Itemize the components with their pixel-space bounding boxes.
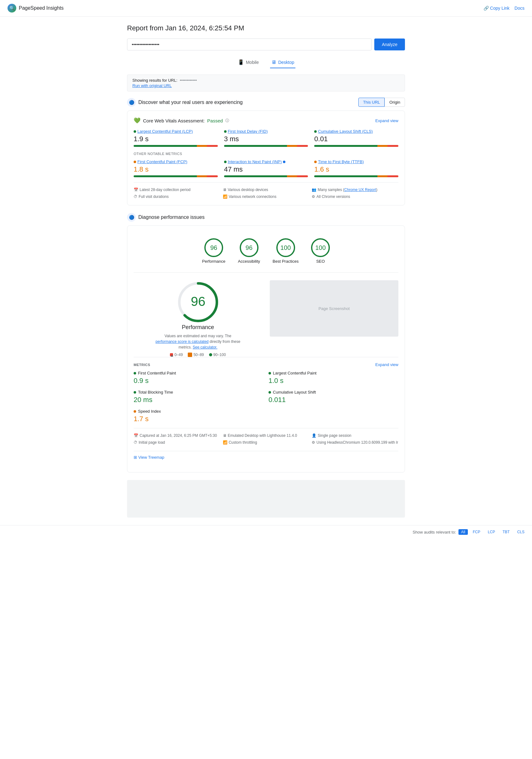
calculator-link[interactable]: See calculator. <box>193 345 217 349</box>
metric-fcp-label[interactable]: First Contentful Paint (FCP) <box>133 159 218 164</box>
audit-tag-all[interactable]: All <box>458 529 468 535</box>
clock-icon: ⏱ <box>133 194 137 199</box>
audit-tag-cls[interactable]: CLS <box>515 529 527 535</box>
chrome-icon: ⚙ <box>312 194 315 199</box>
link-icon: 🔗 <box>483 6 489 11</box>
perf-metrics-section: METRICS Expand view First Contentful Pai… <box>133 357 399 423</box>
app-header: 🔍 PageSpeed Insights 🔗 Copy Link Docs <box>0 0 532 17</box>
result-url: •••••••••••• <box>180 78 197 83</box>
url-bar: Analyze <box>127 39 405 50</box>
logo: 🔍 PageSpeed Insights <box>8 4 63 13</box>
performance-detail: 96 Performance Values are estimated and … <box>133 275 399 459</box>
docs-link[interactable]: Docs <box>514 6 524 11</box>
footer-network: 📶 Various network connections <box>223 194 310 199</box>
metric-lcp: Largest Contentful Paint (LCP) 1.9 s <box>133 129 218 147</box>
perf-lcp-value: 1.0 s <box>269 377 399 385</box>
metric-ttfb-value: 1.6 s <box>314 165 399 174</box>
footer-durations: ⏱ Full visit durations <box>133 194 220 199</box>
diagnose-title: Diagnose performance issues <box>138 215 205 220</box>
performance-label: Performance <box>202 259 225 264</box>
cwv-title: 💚 Core Web Vitals Assessment: Passed ⓘ <box>133 117 229 124</box>
metric-cls-label[interactable]: Cumulative Layout Shift (CLS) <box>314 129 399 134</box>
red-dot: ▲ <box>170 353 173 356</box>
legend-red: ▲ 0–49 <box>170 353 183 357</box>
metrics-section-label: METRICS <box>133 363 150 367</box>
url-input[interactable] <box>127 39 372 50</box>
legend-green: 90–100 <box>209 353 226 357</box>
audit-tag-tbt[interactable]: TBT <box>500 529 512 535</box>
capture-chrome: ⚙ Using HeadlessChromium 120.0.6099.199 … <box>312 440 399 445</box>
chrome-ux-link[interactable]: Chrome UX Report <box>344 187 376 192</box>
metrics-expand-view[interactable]: Expand view <box>375 362 399 367</box>
tab-desktop[interactable]: 🖥 Desktop <box>270 57 295 68</box>
logo-icon: 🔍 <box>8 4 16 13</box>
seo-label: SEO <box>316 259 324 264</box>
diagnose-section-header: 🔵 Diagnose performance issues <box>127 213 405 222</box>
desktop2-icon: 🖥 <box>223 187 227 192</box>
cwv-card: 💚 Core Web Vitals Assessment: Passed ⓘ E… <box>127 110 405 205</box>
audit-tag-fcp[interactable]: FCP <box>470 529 483 535</box>
this-url-button[interactable]: This URL <box>358 98 385 107</box>
capture-network-icon: 📶 <box>223 440 228 445</box>
perf-fcp-name: First Contentful Paint <box>133 371 263 376</box>
capture-cal-icon: 📅 <box>133 433 138 438</box>
score-best-practices[interactable]: 100 Best Practices <box>273 238 298 264</box>
metric-inp-label[interactable]: Interaction to Next Paint (INP) <box>224 159 308 164</box>
screenshot-thumbnail: Page Screenshot <box>270 280 399 337</box>
other-metrics-label: OTHER NOTABLE METRICS <box>133 152 399 156</box>
big-score-container: 96 Performance Values are estimated and … <box>133 280 262 357</box>
perf-metric-fcp: First Contentful Paint 0.9 s <box>133 371 263 385</box>
score-accessibility[interactable]: 96 Accessibility <box>238 238 260 264</box>
audit-tag-lcp[interactable]: LCP <box>485 529 498 535</box>
perf-lcp-dot <box>269 372 271 375</box>
users-icon: 👥 <box>312 187 316 192</box>
fid-bar <box>224 145 308 147</box>
metric-ttfb-label[interactable]: Time to First Byte (TTFB) <box>314 159 399 164</box>
treemap-icon: ⊞ <box>133 455 137 459</box>
perf-title: Performance <box>182 324 214 331</box>
perf-si-value: 1.7 s <box>133 415 263 423</box>
perf-si-dot <box>133 410 136 413</box>
cwv-passed-badge: Passed <box>207 118 223 123</box>
tab-mobile[interactable]: 📱 Mobile <box>237 57 260 68</box>
cwv-expand-view[interactable]: Expand view <box>375 118 399 123</box>
cwv-section-title: Discover what your real users are experi… <box>138 100 243 105</box>
results-bar: Showing results for URL: •••••••••••• Ru… <box>127 74 405 92</box>
copy-link-button[interactable]: 🔗 Copy Link <box>483 6 510 11</box>
perf-metric-tbt: Total Blocking Time 20 ms <box>133 390 263 404</box>
perf-metric-si: Speed Index 1.7 s <box>133 409 263 423</box>
perf-fcp-dot <box>133 372 136 375</box>
inp-bar <box>224 175 308 177</box>
origin-button[interactable]: Origin <box>385 98 405 107</box>
capture-throttling: 📶 Custom throttling <box>223 440 310 445</box>
ttfb-bar <box>314 175 399 177</box>
footer-collection: 📅 Latest 28-day collection period <box>133 187 220 192</box>
metric-fid-label[interactable]: First Input Delay (FID) <box>224 129 308 134</box>
showing-results-label: Showing results for URL: <box>133 78 177 83</box>
cwv-header: 💚 Core Web Vitals Assessment: Passed ⓘ E… <box>133 117 399 124</box>
metric-lcp-label[interactable]: Largest Contentful Paint (LCP) <box>133 129 218 134</box>
analyze-button[interactable]: Analyze <box>374 39 405 50</box>
legend-orange: 50–89 <box>188 353 204 357</box>
view-treemap-button[interactable]: ⊞ View Treemap <box>133 451 399 459</box>
green-dot <box>209 353 212 356</box>
metric-cls-value: 0.01 <box>314 135 399 143</box>
score-seo[interactable]: 100 SEO <box>311 238 330 264</box>
score-performance[interactable]: 96 Performance <box>202 238 225 264</box>
scores-row: 96 Performance 96 Accessibility 100 Best… <box>133 232 399 270</box>
capture-date: 📅 Captured at Jan 16, 2024, 6:25 PM GMT+… <box>133 433 220 438</box>
run-original-link[interactable]: Run with original URL <box>133 83 399 88</box>
cwv-info-icon[interactable]: ⓘ <box>225 118 229 123</box>
capture-desktop-icon: 🖥 <box>223 433 227 438</box>
metric-fid: First Input Delay (FID) 3 ms <box>224 129 308 147</box>
best-practices-label: Best Practices <box>273 259 298 264</box>
metric-lcp-value: 1.9 s <box>133 135 218 143</box>
cwv-section-icon: 🔵 <box>127 98 136 107</box>
perf-cls-name: Cumulative Layout Shift <box>269 390 399 394</box>
header-actions: 🔗 Copy Link Docs <box>483 6 524 11</box>
perf-note: Values are estimated and may vary. The p… <box>154 333 242 350</box>
metric-fcp-value: 1.8 s <box>133 165 218 174</box>
perf-score-link[interactable]: performance score is calculated <box>156 340 209 344</box>
performance-circle: 96 <box>204 238 223 257</box>
perf-content: 96 Performance Values are estimated and … <box>133 280 399 357</box>
